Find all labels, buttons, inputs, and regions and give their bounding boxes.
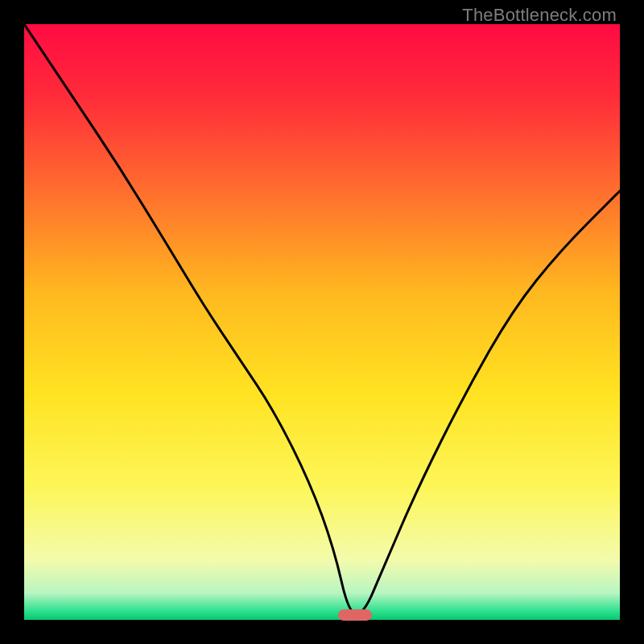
watermark-text: TheBottleneck.com: [462, 5, 617, 26]
chart-background: [24, 24, 620, 620]
optimal-point-marker: [338, 609, 372, 621]
bottleneck-chart: [24, 24, 620, 620]
chart-frame: [24, 24, 620, 620]
